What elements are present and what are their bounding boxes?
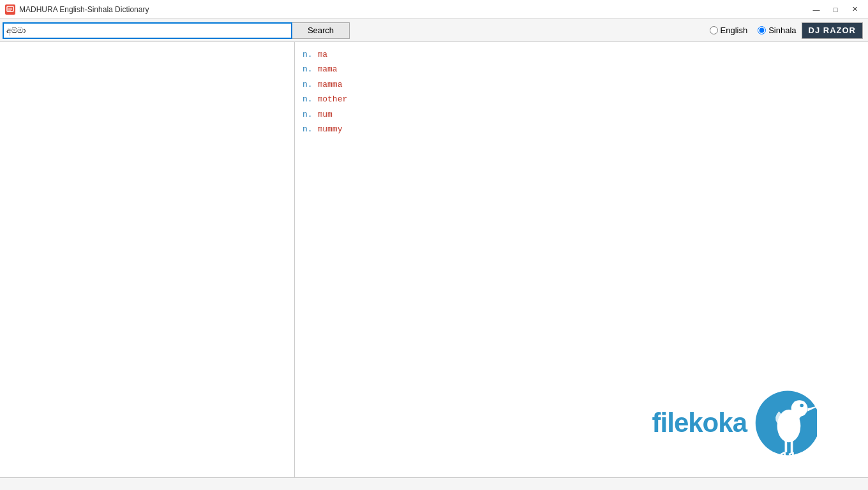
word-label: mother bbox=[317, 94, 347, 104]
maximize-button[interactable]: □ bbox=[827, 3, 844, 16]
english-radio-option[interactable]: English bbox=[710, 26, 748, 35]
svg-point-15 bbox=[800, 404, 804, 408]
svg-rect-9 bbox=[785, 441, 788, 452]
toolbar: Search English Sinhala DJ RAZOR bbox=[0, 19, 868, 42]
window-controls: — □ ✕ bbox=[808, 3, 863, 16]
english-radio-label: English bbox=[721, 26, 748, 35]
dj-razor-label: DJ RAZOR bbox=[802, 22, 863, 39]
word-label: mum bbox=[317, 110, 332, 119]
list-item: n. mummy bbox=[303, 122, 860, 137]
statusbar bbox=[0, 477, 868, 490]
watermark: filekoka bbox=[652, 388, 817, 458]
sinhala-radio[interactable] bbox=[758, 26, 766, 34]
filekoka-bird-icon bbox=[747, 388, 817, 458]
pos-label: n. bbox=[303, 110, 313, 119]
pos-label: n. bbox=[303, 80, 313, 89]
word-label: mummy bbox=[317, 124, 342, 134]
main-content: n. man. maman. mamman. mothern. mumn. mu… bbox=[0, 42, 868, 477]
list-item: n. mamma bbox=[303, 77, 860, 92]
list-item: n. ma bbox=[303, 47, 860, 62]
language-radio-group: English Sinhala bbox=[710, 26, 797, 35]
word-label: mama bbox=[317, 64, 337, 74]
sinhala-radio-option[interactable]: Sinhala bbox=[758, 26, 796, 35]
titlebar-left: MADHURA English-Sinhala Dictionary bbox=[5, 4, 149, 15]
word-list-panel bbox=[0, 42, 295, 477]
svg-rect-10 bbox=[791, 441, 793, 452]
filekoka-text-label: filekoka bbox=[652, 408, 747, 438]
list-item: n. mother bbox=[303, 92, 860, 107]
app-icon bbox=[5, 4, 15, 15]
word-label: ma bbox=[317, 50, 327, 59]
search-input[interactable] bbox=[3, 22, 292, 39]
minimize-button[interactable]: — bbox=[808, 3, 825, 16]
search-button[interactable]: Search bbox=[292, 22, 350, 39]
list-item: n. mama bbox=[303, 62, 860, 77]
svg-point-6 bbox=[791, 400, 808, 417]
results-list: n. man. maman. mamman. mothern. mumn. mu… bbox=[303, 47, 860, 137]
results-panel: n. man. maman. mamman. mothern. mumn. mu… bbox=[295, 42, 868, 477]
word-label: mamma bbox=[317, 80, 342, 89]
pos-label: n. bbox=[303, 64, 313, 74]
english-radio[interactable] bbox=[710, 26, 718, 34]
pos-label: n. bbox=[303, 94, 313, 104]
pos-label: n. bbox=[303, 124, 313, 134]
close-button[interactable]: ✕ bbox=[846, 3, 863, 16]
list-item: n. mum bbox=[303, 107, 860, 122]
app-title: MADHURA English-Sinhala Dictionary bbox=[19, 5, 149, 14]
pos-label: n. bbox=[303, 50, 313, 59]
sinhala-radio-label: Sinhala bbox=[768, 26, 796, 35]
titlebar: MADHURA English-Sinhala Dictionary — □ ✕ bbox=[0, 0, 868, 19]
